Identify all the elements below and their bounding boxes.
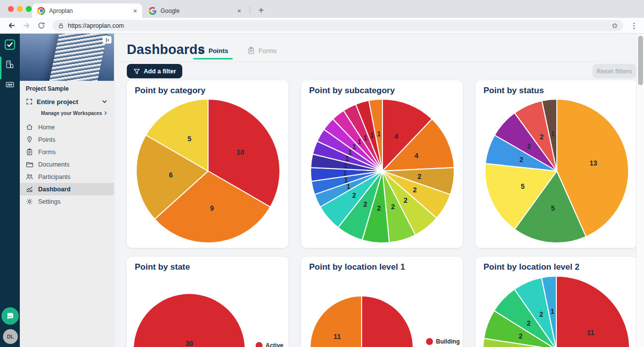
- scrollbar-thumb[interactable]: [638, 36, 643, 85]
- project-block: Project Sample Entire project Manage you…: [20, 81, 114, 119]
- sidebar-item-points[interactable]: Points: [20, 133, 114, 146]
- active-tab-underline: [193, 58, 233, 59]
- browser-window: Aproplan × Google × + https://aproplan.c…: [0, 0, 644, 347]
- sidebar-item-label: Documents: [38, 161, 69, 168]
- forward-button[interactable]: [20, 19, 33, 32]
- expand-icon: [26, 98, 33, 105]
- svg-text:2: 2: [413, 186, 417, 194]
- clipboard-icon: [247, 47, 255, 55]
- browser-toolbar: https://aproplan.com ⋮: [0, 18, 644, 34]
- pin-icon: [197, 47, 205, 55]
- sidebar-item-documents[interactable]: Documents: [20, 158, 114, 171]
- aproplan-logo-icon[interactable]: [4, 39, 16, 51]
- card-point-by-status: Point by status 13552221: [476, 80, 637, 248]
- new-tab-button[interactable]: +: [255, 4, 268, 17]
- reload-button[interactable]: [35, 19, 48, 32]
- svg-text:2: 2: [352, 191, 356, 199]
- sidebar-item-forms[interactable]: Forms: [20, 146, 114, 158]
- collapse-sidebar-button[interactable]: [103, 36, 111, 44]
- reset-filters-button[interactable]: Reset filters: [592, 64, 636, 78]
- close-tab-icon[interactable]: ×: [237, 7, 241, 14]
- chevron-down-icon[interactable]: [101, 98, 108, 105]
- url-text[interactable]: https://aproplan.com: [68, 22, 608, 29]
- tab-points[interactable]: Points: [197, 47, 228, 55]
- browser-tab-aproplan[interactable]: Aproplan ×: [32, 3, 142, 18]
- svg-text:2: 2: [539, 133, 543, 141]
- bookmark-star-icon[interactable]: [611, 22, 618, 29]
- svg-text:11: 11: [333, 333, 341, 341]
- svg-text:1: 1: [550, 307, 554, 315]
- svg-text:2: 2: [519, 332, 523, 340]
- home-icon: [26, 123, 33, 131]
- close-window-button[interactable]: [8, 6, 14, 12]
- tab-title: Google: [161, 7, 233, 14]
- svg-text:30: 30: [185, 340, 193, 347]
- collapse-panel-icon: [104, 37, 110, 43]
- user-avatar[interactable]: DL: [3, 329, 18, 344]
- page-scrollbar[interactable]: [636, 34, 644, 347]
- maximize-window-button[interactable]: [26, 6, 32, 12]
- sidebar-item-label: Forms: [38, 149, 55, 156]
- address-bar[interactable]: https://aproplan.com: [53, 20, 623, 31]
- sidebar-item-home[interactable]: Home: [20, 121, 114, 133]
- svg-text:1: 1: [551, 130, 555, 138]
- svg-text:2: 2: [364, 200, 368, 208]
- lock-icon: [57, 22, 64, 29]
- add-filter-label: Add a filter: [144, 68, 176, 75]
- project-cover-image: [20, 34, 114, 81]
- chart-legend[interactable]: Active: [256, 342, 283, 347]
- rail-active-indicator: [0, 57, 1, 79]
- sidebar-item-dashboard[interactable]: Dashboard: [20, 183, 114, 195]
- card-point-by-location-level-1: Point by location level 1 1911 Building: [301, 257, 463, 347]
- svg-text:5: 5: [187, 135, 191, 143]
- svg-text:1: 1: [364, 134, 368, 142]
- dashboard-tabs: Points Forms: [197, 47, 277, 55]
- sidebar-item-label: Dashboard: [38, 186, 70, 193]
- legend-label: Building: [436, 338, 460, 345]
- gear-icon: [26, 198, 33, 205]
- app-rail: DL: [0, 34, 20, 347]
- add-filter-button[interactable]: Add a filter: [127, 64, 182, 78]
- project-title: Project Sample: [26, 85, 108, 92]
- browser-menu-icon[interactable]: ⋮: [629, 21, 639, 30]
- svg-text:2: 2: [539, 310, 543, 318]
- rail-item-meetings[interactable]: [5, 80, 15, 90]
- chat-bubble-icon: [5, 311, 15, 321]
- sidebar-item-settings[interactable]: Settings: [20, 195, 114, 208]
- tab-separator: [250, 6, 250, 14]
- svg-text:1: 1: [370, 131, 374, 139]
- svg-text:9: 9: [210, 204, 214, 212]
- chart-icon: [26, 185, 33, 193]
- card-point-by-subcategory: Point by subcategory 4422222221111111111…: [301, 80, 463, 248]
- svg-text:2: 2: [418, 173, 422, 180]
- svg-text:4: 4: [415, 152, 419, 160]
- close-tab-icon[interactable]: ×: [133, 7, 137, 14]
- page-title: Dashboards: [127, 42, 205, 58]
- legend-label: Active: [266, 342, 283, 347]
- browser-tab-google[interactable]: Google ×: [144, 3, 246, 18]
- chart-legend[interactable]: Building: [426, 338, 460, 345]
- svg-text:2: 2: [391, 203, 395, 211]
- tab-title: Aproplan: [49, 7, 129, 14]
- clipboard-icon: [26, 148, 33, 156]
- minimize-window-button[interactable]: [17, 6, 23, 12]
- svg-text:5: 5: [551, 204, 555, 212]
- workspace-selector[interactable]: Entire project: [26, 96, 108, 107]
- chat-bubble-button[interactable]: [1, 307, 19, 325]
- svg-text:4: 4: [394, 132, 398, 140]
- chrome-favicon: [37, 7, 45, 15]
- sidebar-menu: HomePointsFormsDocumentsParticipantsDash…: [20, 121, 114, 208]
- sidebar-item-participants[interactable]: Participants: [20, 171, 114, 183]
- header-divider: [114, 61, 636, 62]
- svg-text:13: 13: [590, 159, 597, 167]
- tab-forms[interactable]: Forms: [247, 47, 277, 55]
- card-point-by-category: Point by category 10965: [127, 80, 288, 248]
- browser-tab-strip: Aproplan × Google × +: [0, 0, 644, 18]
- rail-item-projects[interactable]: [5, 59, 15, 69]
- svg-text:1: 1: [357, 138, 361, 146]
- manage-workspaces-link[interactable]: Manage your Workspaces: [26, 108, 108, 118]
- manage-workspaces-label: Manage your Workspaces: [41, 111, 102, 116]
- svg-text:11: 11: [587, 329, 594, 337]
- back-button[interactable]: [5, 19, 18, 32]
- workspace-label: Entire project: [37, 98, 97, 106]
